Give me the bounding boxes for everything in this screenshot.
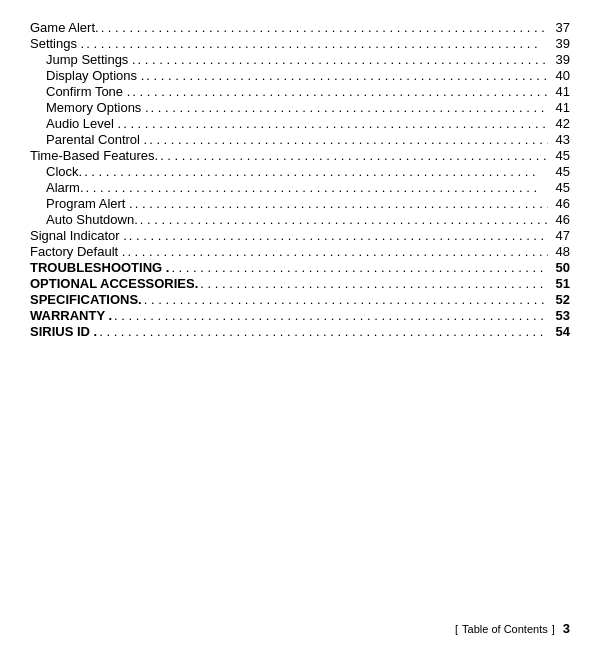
toc-dots: . . . . . . . . . . . . . . . . . . . . … (132, 84, 548, 99)
toc-row: SIRIUS ID . . . . . . . . . . . . . . . … (30, 324, 570, 339)
toc-page: 46 (550, 196, 570, 211)
toc-label: SIRIUS ID . (30, 324, 97, 339)
footer-bracket-left: [ (455, 623, 458, 635)
toc-page: 43 (550, 132, 570, 147)
toc-row: Auto Shutdown. . . . . . . . . . . . . .… (30, 212, 570, 227)
toc-dots: . . . . . . . . . . . . . . . . . . . . … (200, 276, 548, 291)
toc-label: Factory Default . (30, 244, 125, 259)
toc-row: Clock. . . . . . . . . . . . . . . . . .… (30, 164, 570, 179)
toc-label: Settings . (30, 36, 84, 51)
toc-dots: . . . . . . . . . . . . . . . . . . . . … (140, 212, 548, 227)
toc-page: 37 (550, 20, 570, 35)
toc-label: Signal Indicator . (30, 228, 127, 243)
toc-row: Time-Based Features. . . . . . . . . . .… (30, 148, 570, 163)
toc-dots: . . . . . . . . . . . . . . . . . . . . … (129, 228, 548, 243)
toc-row: Parental Control . . . . . . . . . . . .… (30, 132, 570, 147)
toc-label: Audio Level . (30, 116, 121, 131)
toc-label: SPECIFICATIONS. (30, 292, 142, 307)
toc-row: Signal Indicator . . . . . . . . . . . .… (30, 228, 570, 243)
toc-page: 40 (550, 68, 570, 83)
toc-row: Jump Settings . . . . . . . . . . . . . … (30, 52, 570, 67)
toc-row: Confirm Tone . . . . . . . . . . . . . .… (30, 84, 570, 99)
toc-row: Display Options . . . . . . . . . . . . … (30, 68, 570, 83)
toc-label: OPTIONAL ACCESSORIES. (30, 276, 198, 291)
toc-dots: . . . . . . . . . . . . . . . . . . . . … (138, 52, 548, 67)
toc-dots: . . . . . . . . . . . . . . . . . . . . … (144, 292, 548, 307)
toc-page: 53 (550, 308, 570, 323)
toc-row: Program Alert . . . . . . . . . . . . . … (30, 196, 570, 211)
toc-row: Settings . . . . . . . . . . . . . . . .… (30, 36, 570, 51)
toc-list: Game Alert. . . . . . . . . . . . . . . … (30, 20, 570, 339)
footer-bracket-right: ] (552, 623, 555, 635)
toc-dots: . . . . . . . . . . . . . . . . . . . . … (86, 36, 548, 51)
toc-page: 48 (550, 244, 570, 259)
toc-label: TROUBLESHOOTING . (30, 260, 169, 275)
toc-label: Memory Options . (30, 100, 149, 115)
toc-row: SPECIFICATIONS. . . . . . . . . . . . . … (30, 292, 570, 307)
toc-label: Program Alert . (30, 196, 133, 211)
footer-text: Table of Contents (462, 623, 548, 635)
toc-label: Display Options . (30, 68, 144, 83)
toc-row: Alarm. . . . . . . . . . . . . . . . . .… (30, 180, 570, 195)
toc-page: 39 (550, 52, 570, 67)
toc-page: 42 (550, 116, 570, 131)
toc-dots: . . . . . . . . . . . . . . . . . . . . … (160, 148, 548, 163)
toc-label: Confirm Tone . (30, 84, 130, 99)
toc-dots: . . . . . . . . . . . . . . . . . . . . … (149, 132, 548, 147)
toc-page: 39 (550, 36, 570, 51)
toc-dots: . . . . . . . . . . . . . . . . . . . . … (151, 100, 548, 115)
toc-label: Jump Settings . (30, 52, 136, 67)
toc-row: Memory Options . . . . . . . . . . . . .… (30, 100, 570, 115)
toc-dots: . . . . . . . . . . . . . . . . . . . . … (127, 244, 548, 259)
toc-dots: . . . . . . . . . . . . . . . . . . . . … (171, 260, 548, 275)
toc-label: Auto Shutdown. (30, 212, 138, 227)
footer: [ Table of Contents ] 3 (0, 621, 600, 636)
toc-dots: . . . . . . . . . . . . . . . . . . . . … (99, 324, 548, 339)
toc-label: Alarm. (30, 180, 84, 195)
toc-label: WARRANTY . (30, 308, 112, 323)
toc-page: 45 (550, 148, 570, 163)
toc-row: Factory Default . . . . . . . . . . . . … (30, 244, 570, 259)
toc-dots: . . . . . . . . . . . . . . . . . . . . … (101, 20, 548, 35)
toc-page: 41 (550, 84, 570, 99)
toc-label: Time-Based Features. (30, 148, 158, 163)
toc-page: 54 (550, 324, 570, 339)
toc-label: Game Alert. (30, 20, 99, 35)
toc-page: 51 (550, 276, 570, 291)
toc-dots: . . . . . . . . . . . . . . . . . . . . … (123, 116, 548, 131)
toc-row: Audio Level . . . . . . . . . . . . . . … (30, 116, 570, 131)
toc-label: Clock. (30, 164, 82, 179)
toc-page: 45 (550, 164, 570, 179)
toc-dots: . . . . . . . . . . . . . . . . . . . . … (84, 164, 548, 179)
toc-dots: . . . . . . . . . . . . . . . . . . . . … (146, 68, 548, 83)
toc-page: 47 (550, 228, 570, 243)
toc-page: 46 (550, 212, 570, 227)
toc-row: Game Alert. . . . . . . . . . . . . . . … (30, 20, 570, 35)
toc-row: OPTIONAL ACCESSORIES. . . . . . . . . . … (30, 276, 570, 291)
toc-page: 41 (550, 100, 570, 115)
toc-dots: . . . . . . . . . . . . . . . . . . . . … (86, 180, 548, 195)
toc-page: 45 (550, 180, 570, 195)
toc-row: WARRANTY . . . . . . . . . . . . . . . .… (30, 308, 570, 323)
toc-row: TROUBLESHOOTING . . . . . . . . . . . . … (30, 260, 570, 275)
toc-label: Parental Control . (30, 132, 147, 147)
page-container: Game Alert. . . . . . . . . . . . . . . … (0, 0, 600, 654)
toc-page: 52 (550, 292, 570, 307)
toc-dots: . . . . . . . . . . . . . . . . . . . . … (114, 308, 548, 323)
toc-dots: . . . . . . . . . . . . . . . . . . . . … (135, 196, 548, 211)
toc-page: 50 (550, 260, 570, 275)
footer-page: 3 (563, 621, 570, 636)
